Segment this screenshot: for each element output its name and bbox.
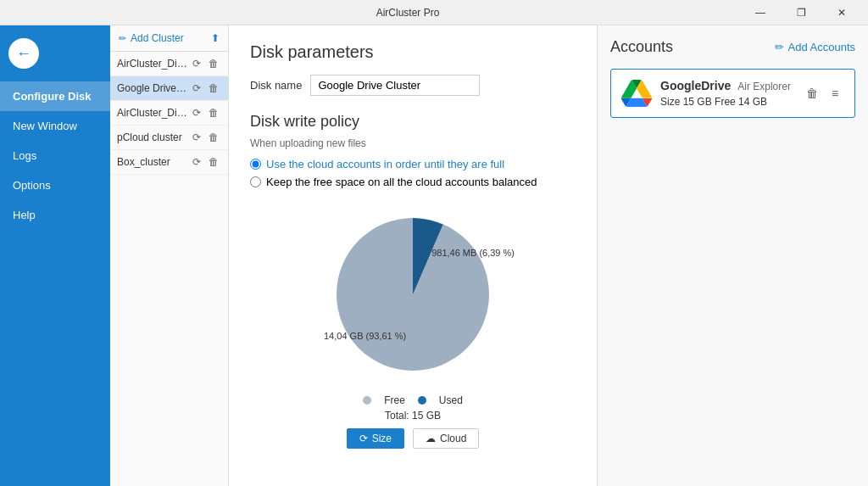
- account-card-0: GoogleDrive Air Explorer Size 15 GB Free…: [610, 69, 855, 118]
- sidebar: ← Configure Disk New Window Logs Options…: [0, 25, 110, 486]
- add-accounts-button[interactable]: ✏ Add Accounts: [775, 41, 856, 53]
- cluster-row-3[interactable]: pCloud cluster ⟳ 🗑: [110, 126, 228, 150]
- cluster-delete-btn-0[interactable]: 🗑: [206, 56, 221, 71]
- chart-area: 981,46 MB (6,39 %) 14,04 GB (93,61 %) Fr…: [250, 201, 576, 449]
- write-policy-title: Disk write policy: [250, 113, 576, 131]
- chart-free-label: 14,04 GB (93,61 %): [324, 331, 406, 341]
- add-cluster-icon: ✏: [119, 33, 126, 44]
- gdrive-logo-svg: [621, 78, 652, 109]
- sidebar-item-logs[interactable]: Logs: [0, 141, 110, 170]
- accounts-panel: Accounts ✏ Add Accounts Go: [597, 25, 868, 486]
- sidebar-item-configure-disk[interactable]: Configure Disk: [0, 81, 110, 111]
- account-delete-button[interactable]: 🗑: [803, 84, 821, 103]
- disk-name-row: Disk name: [250, 75, 576, 96]
- account-info-button[interactable]: ≡: [826, 84, 844, 103]
- chart-used-label: 981,46 MB (6,39 %): [431, 248, 515, 258]
- account-stats: Size 15 GB Free 14 GB: [660, 96, 794, 108]
- title-bar: AirCluster Pro — ❐ ✕: [0, 0, 868, 25]
- cluster-sync-btn-1[interactable]: ⟳: [189, 81, 204, 96]
- policy-radio-ordered[interactable]: [250, 159, 261, 170]
- account-actions: 🗑 ≡: [803, 84, 844, 103]
- back-icon: ←: [16, 45, 31, 63]
- chart-cloud-icon: ☁: [426, 433, 436, 444]
- main-content: Disk parameters Disk name Disk write pol…: [229, 25, 597, 486]
- chart-legend: Free Used: [363, 394, 463, 406]
- pie-chart: 981,46 MB (6,39 %) 14,04 GB (93,61 %): [320, 201, 506, 388]
- cluster-row-0[interactable]: AirCluster_Disk_ ⟳ 🗑: [110, 52, 228, 76]
- policy-subtitle: When uploading new files: [250, 137, 576, 149]
- chart-size-button[interactable]: ⟳ Size: [347, 428, 404, 449]
- chart-cloud-button[interactable]: ☁ Cloud: [413, 428, 479, 449]
- sidebar-item-options[interactable]: Options: [0, 170, 110, 200]
- account-service: Air Explorer: [737, 81, 791, 92]
- account-info: GoogleDrive Air Explorer Size 15 GB Free…: [660, 79, 794, 108]
- legend-free-dot: [363, 396, 371, 405]
- accounts-header: Accounts ✏ Add Accounts: [610, 38, 855, 56]
- app-title: AirCluster Pro: [75, 7, 741, 19]
- app-body: ← Configure Disk New Window Logs Options…: [0, 25, 868, 486]
- cluster-delete-btn-1[interactable]: 🗑: [206, 81, 221, 96]
- cluster-export-icon: ⬆: [211, 32, 220, 44]
- legend-used-dot: [418, 396, 426, 405]
- policy-option-ordered[interactable]: Use the cloud accounts in order until th…: [250, 158, 576, 170]
- cluster-sync-btn-2[interactable]: ⟳: [189, 105, 204, 120]
- sidebar-item-help[interactable]: Help: [0, 200, 110, 230]
- policy-option-balanced[interactable]: Keep the free space on all the cloud acc…: [250, 176, 576, 188]
- write-policy-options: Use the cloud accounts in order until th…: [250, 158, 576, 188]
- cluster-sync-btn-0[interactable]: ⟳: [189, 56, 204, 71]
- cluster-row-2[interactable]: AirCluster_Disk_Mi ⟳ 🗑: [110, 101, 228, 126]
- sidebar-item-new-window[interactable]: New Window: [0, 111, 110, 141]
- disk-params-title: Disk parameters: [250, 42, 576, 62]
- cluster-row-1[interactable]: Google Drive Clust ⟳ 🗑: [110, 76, 228, 101]
- pie-chart-svg: [320, 201, 506, 388]
- policy-radio-balanced[interactable]: [250, 176, 261, 187]
- back-button[interactable]: ←: [8, 38, 39, 69]
- cluster-panel: ✏ Add Cluster ⬆ AirCluster_Disk_ ⟳ 🗑 Goo…: [110, 25, 229, 486]
- minimize-button[interactable]: —: [741, 0, 780, 25]
- cluster-sync-btn-3[interactable]: ⟳: [189, 130, 204, 145]
- add-cluster-button[interactable]: ✏ Add Cluster ⬆: [110, 25, 228, 52]
- chart-size-icon: ⟳: [359, 433, 368, 444]
- cluster-delete-btn-3[interactable]: 🗑: [206, 130, 221, 145]
- account-name: GoogleDrive: [660, 79, 731, 92]
- add-accounts-icon: ✏: [775, 41, 784, 53]
- disk-name-label: Disk name: [250, 79, 302, 92]
- cluster-delete-btn-2[interactable]: 🗑: [206, 105, 221, 120]
- maximize-button[interactable]: ❐: [782, 0, 821, 25]
- window-controls: — ❐ ✕: [741, 0, 861, 25]
- disk-name-input[interactable]: [310, 75, 480, 96]
- accounts-title: Accounts: [610, 38, 673, 56]
- account-logo: [621, 78, 652, 109]
- cluster-row-4[interactable]: Box_cluster ⟳ 🗑: [110, 150, 228, 175]
- chart-total: Total: 15 GB: [385, 410, 441, 422]
- chart-buttons: ⟳ Size ☁ Cloud: [347, 428, 480, 449]
- cluster-delete-btn-4[interactable]: 🗑: [206, 154, 221, 170]
- cluster-sync-btn-4[interactable]: ⟳: [189, 154, 204, 170]
- close-button[interactable]: ✕: [822, 0, 861, 25]
